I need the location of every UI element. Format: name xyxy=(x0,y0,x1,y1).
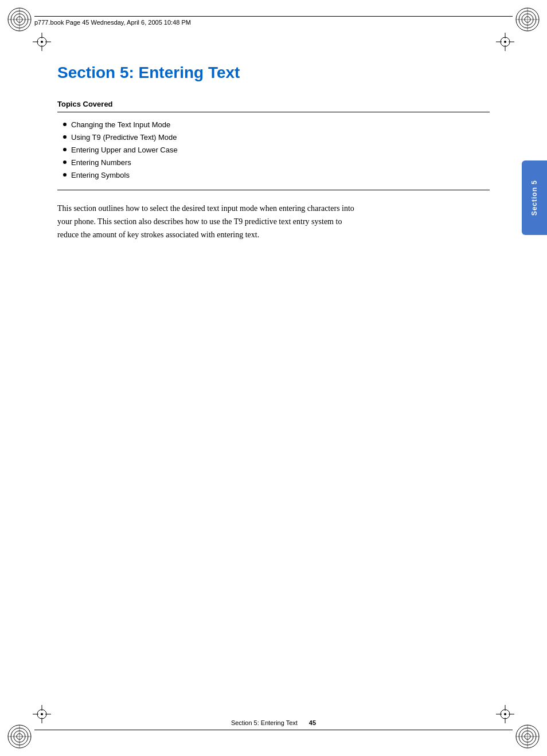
footer-label: Section 5: Entering Text xyxy=(231,719,298,726)
main-content: Section 5: Entering Text Topics Covered … xyxy=(57,63,490,699)
section-tab-label: Section 5 xyxy=(530,180,538,216)
list-item: Entering Upper and Lower Case xyxy=(63,146,490,154)
section-tab: Section 5 xyxy=(522,160,547,235)
bullet-icon xyxy=(63,135,67,139)
list-item: Changing the Text Input Mode xyxy=(63,120,490,129)
section-title: Section 5: Entering Text xyxy=(57,63,490,83)
topic-item-3: Entering Upper and Lower Case xyxy=(71,146,178,154)
svg-point-31 xyxy=(504,41,506,43)
bullet-icon xyxy=(63,173,67,177)
spiral-decoration-tr xyxy=(514,6,541,33)
header-bar: p777.book Page 45 Wednesday, April 6, 20… xyxy=(34,16,513,26)
footer: Section 5: Entering Text 45 xyxy=(34,719,513,730)
list-item: Entering Symbols xyxy=(63,171,490,179)
list-item: Entering Numbers xyxy=(63,158,490,167)
bullet-icon xyxy=(63,148,67,151)
topic-item-4: Entering Numbers xyxy=(71,158,131,167)
crosshair-tl xyxy=(32,32,52,52)
svg-point-43 xyxy=(504,713,506,715)
topics-list: Changing the Text Input Mode Using T9 (P… xyxy=(63,120,490,179)
spiral-decoration-tl xyxy=(6,6,33,33)
bullet-icon xyxy=(63,160,67,164)
bullet-icon xyxy=(63,123,67,126)
topic-item-2: Using T9 (Predictive Text) Mode xyxy=(71,133,177,142)
spiral-decoration-br xyxy=(514,723,541,750)
footer-page-number: 45 xyxy=(309,719,316,726)
topic-item-5: Entering Symbols xyxy=(71,171,130,179)
topic-item-1: Changing the Text Input Mode xyxy=(71,120,170,129)
header-book-info: p777.book Page 45 Wednesday, April 6, 20… xyxy=(34,19,191,26)
topics-header: Topics Covered xyxy=(57,100,490,112)
topics-section: Topics Covered Changing the Text Input M… xyxy=(57,100,490,190)
body-text: This section outlines how to select the … xyxy=(57,202,355,241)
topics-divider xyxy=(57,190,490,190)
svg-point-25 xyxy=(41,41,43,43)
spiral-decoration-bl xyxy=(6,723,33,750)
crosshair-tr xyxy=(495,32,515,52)
list-item: Using T9 (Predictive Text) Mode xyxy=(63,133,490,142)
svg-point-37 xyxy=(41,713,43,715)
